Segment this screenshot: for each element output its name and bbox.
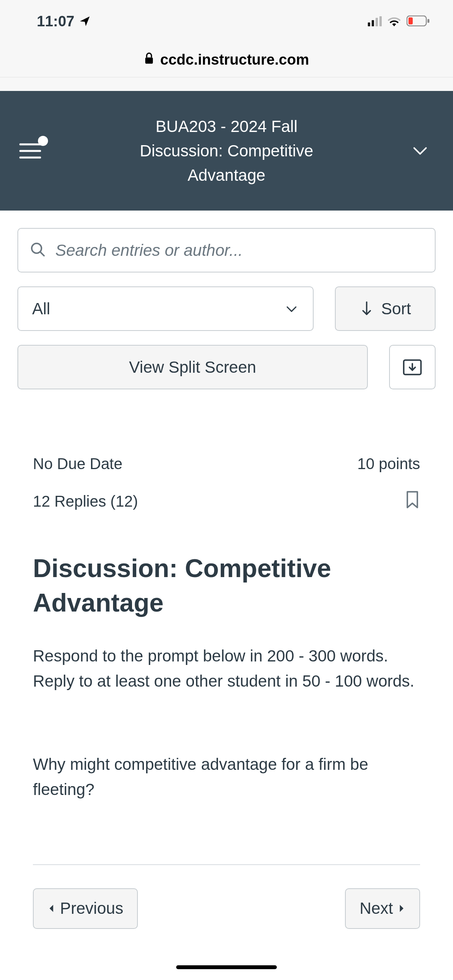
svg-rect-2 [427, 19, 429, 23]
svg-line-5 [40, 252, 44, 256]
discussion-prompt: Why might competitive advantage for a fi… [33, 752, 420, 802]
collapse-replies-button[interactable] [389, 345, 436, 389]
lock-icon [144, 51, 154, 68]
previous-button[interactable]: Previous [33, 888, 138, 929]
divider [33, 864, 420, 865]
next-label: Next [360, 899, 393, 918]
filter-select[interactable]: All [17, 286, 314, 331]
split-screen-label: View Split Screen [129, 358, 256, 377]
triangle-right-icon [398, 904, 405, 913]
sort-button[interactable]: Sort [335, 286, 436, 331]
previous-label: Previous [60, 899, 123, 918]
location-icon [79, 15, 91, 27]
svg-rect-3 [145, 58, 153, 64]
search-box[interactable] [17, 228, 436, 272]
page-title: BUA203 - 2024 Fall Discussion: Competiti… [46, 114, 407, 187]
chevron-down-icon [411, 142, 429, 160]
search-icon [30, 242, 46, 259]
menu-button[interactable] [19, 137, 46, 164]
replies-count[interactable]: 12 Replies (12) [33, 493, 138, 510]
svg-rect-1 [408, 17, 413, 24]
wifi-icon [387, 13, 401, 30]
status-time: 11:07 [37, 13, 74, 30]
browser-url-text: ccdc.instructure.com [160, 51, 309, 68]
view-split-screen-button[interactable]: View Split Screen [17, 345, 368, 389]
chevron-down-icon [284, 302, 299, 316]
bookmark-icon [405, 490, 420, 509]
discussion-title: Discussion: Competitive Advantage [33, 551, 420, 620]
next-button[interactable]: Next [345, 888, 420, 929]
cellular-icon [368, 16, 382, 26]
filter-select-label: All [32, 300, 50, 318]
notification-dot-icon [38, 136, 48, 146]
battery-icon [407, 13, 430, 30]
arrow-down-icon [359, 301, 374, 317]
browser-url-bar[interactable]: ccdc.instructure.com [0, 43, 453, 77]
collapse-icon [402, 357, 422, 377]
triangle-left-icon [48, 904, 55, 913]
home-indicator[interactable] [176, 965, 277, 969]
expand-header-button[interactable] [407, 142, 434, 160]
search-input[interactable] [55, 241, 423, 260]
discussion-instructions: Respond to the prompt below in 200 - 300… [33, 643, 420, 694]
bookmark-button[interactable] [405, 490, 420, 512]
ios-status-bar: 11:07 [0, 0, 453, 43]
sort-label: Sort [381, 300, 411, 318]
points: 10 points [357, 455, 420, 473]
canvas-header: BUA203 - 2024 Fall Discussion: Competiti… [0, 91, 453, 211]
due-date: No Due Date [33, 455, 122, 473]
